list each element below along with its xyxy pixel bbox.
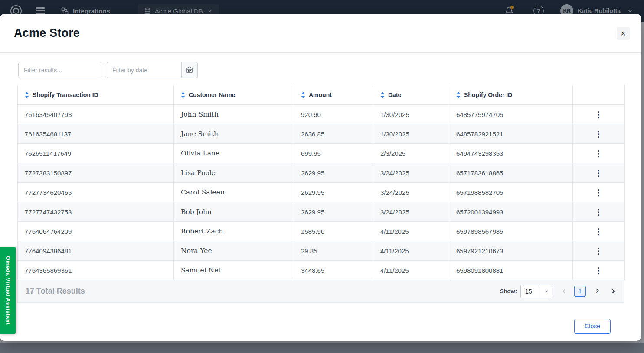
sort-icon (301, 92, 305, 98)
cell-transaction-id: 7616345407793 (18, 105, 174, 124)
cell-order-id: 6485775974705 (449, 105, 573, 124)
chevron-down-icon (543, 288, 549, 294)
cell-date: 4/11/2025 (373, 241, 449, 261)
column-header-actions (573, 85, 625, 105)
cell-amount: 2629.95 (294, 163, 373, 183)
cell-date: 2/3/2025 (373, 144, 449, 163)
row-actions-button[interactable]: ⋮ (590, 128, 607, 140)
row-actions-button[interactable]: ⋮ (590, 206, 607, 218)
modal-title: Acme Store (14, 26, 80, 40)
total-results-label: 17 Total Results (26, 287, 85, 296)
modal-body: Shopify Transaction ID Customer Name Amo… (0, 53, 641, 341)
cell-date: 4/11/2025 (373, 261, 449, 280)
row-actions-button[interactable]: ⋮ (590, 109, 607, 120)
row-actions-button[interactable]: ⋮ (590, 226, 607, 237)
column-header-date[interactable]: Date (373, 85, 449, 105)
table-row: 7616354681137 Jane Smith 2636.85 1/30/20… (18, 124, 625, 144)
cell-amount: 920.90 (294, 105, 373, 124)
cell-order-id: 6597921210673 (449, 241, 573, 261)
next-page-button[interactable] (609, 287, 618, 296)
cell-order-id: 6598091800881 (449, 261, 573, 280)
modal-close-x-button[interactable]: × (617, 27, 630, 40)
cell-customer-name: Lisa Poole (174, 163, 294, 183)
cell-transaction-id: 7764064764209 (18, 222, 174, 241)
chevron-left-icon (560, 288, 568, 295)
cell-customer-name: Nora Yee (174, 241, 294, 261)
filter-date-input[interactable] (107, 62, 181, 78)
cell-customer-name: Bob John (174, 202, 294, 222)
sort-icon (25, 92, 29, 98)
row-actions-button[interactable]: ⋮ (590, 265, 607, 276)
previous-page-button[interactable] (559, 287, 569, 296)
calendar-button[interactable] (181, 62, 198, 78)
kebab-icon: ⋮ (595, 227, 603, 236)
kebab-icon: ⋮ (595, 266, 603, 275)
show-label: Show: (500, 288, 517, 295)
cell-date: 1/30/2025 (373, 105, 449, 124)
cell-date: 3/24/2025 (373, 163, 449, 183)
page-number-2[interactable]: 2 (592, 286, 603, 297)
kebab-icon: ⋮ (595, 168, 603, 178)
cell-amount: 3448.65 (294, 261, 373, 280)
page-size-value: 15 (525, 288, 532, 295)
table-row: 7626511417649 Olivia Lane 699.95 2/3/202… (18, 144, 625, 163)
modal-header: Acme Store × (0, 14, 641, 53)
table-footer: 17 Total Results Show: 15 1 (17, 280, 624, 303)
close-icon: × (621, 29, 626, 38)
close-button[interactable]: Close (574, 319, 611, 334)
cell-date: 4/11/2025 (373, 222, 449, 241)
cell-amount: 2636.85 (294, 124, 373, 144)
column-header-transaction-id[interactable]: Shopify Transaction ID (18, 85, 174, 105)
cell-customer-name: Carol Saleen (174, 183, 294, 202)
column-header-order-id[interactable]: Shopify Order ID (449, 85, 573, 105)
cell-order-id: 6571988582705 (449, 183, 573, 202)
filter-bar (18, 62, 624, 78)
row-actions-button[interactable]: ⋮ (590, 148, 607, 159)
cell-order-id: 6485782921521 (449, 124, 573, 144)
cell-order-id: 6572001394993 (449, 202, 573, 222)
row-actions-button[interactable]: ⋮ (590, 167, 607, 179)
cell-order-id: 6494743298353 (449, 144, 573, 163)
filter-results-input[interactable] (18, 62, 101, 78)
table-row: 7727383150897 Lisa Poole 2629.95 3/24/20… (18, 163, 625, 183)
cell-date: 3/24/2025 (373, 202, 449, 222)
table-header-row: Shopify Transaction ID Customer Name Amo… (18, 85, 625, 105)
cell-transaction-id: 7626511417649 (18, 144, 174, 163)
cell-customer-name: Olivia Lane (174, 144, 294, 163)
table-row: 7616345407793 John Smith 920.90 1/30/202… (18, 105, 625, 124)
cell-order-id: 6571783618865 (449, 163, 573, 183)
cell-customer-name: Jane Smith (174, 124, 294, 144)
table-row: 7764365869361 Samuel Net 3448.65 4/11/20… (18, 261, 625, 280)
row-actions-button[interactable]: ⋮ (590, 187, 607, 198)
column-header-amount[interactable]: Amount (294, 85, 373, 105)
modal-actions: Close (17, 303, 624, 334)
page-size-select[interactable]: 15 (520, 285, 552, 298)
cell-transaction-id: 7616354681137 (18, 124, 174, 144)
cell-customer-name: John Smith (174, 105, 294, 124)
row-actions-button[interactable]: ⋮ (590, 245, 607, 257)
calendar-icon (186, 67, 193, 74)
sort-icon (181, 92, 185, 98)
kebab-icon: ⋮ (595, 246, 603, 256)
cell-transaction-id: 7727734620465 (18, 183, 174, 202)
pagination: 1 2 (559, 286, 618, 297)
cell-transaction-id: 7727383150897 (18, 163, 174, 183)
virtual-assistant-tab[interactable]: Omeda Virtual Assistant (0, 247, 16, 334)
cell-amount: 699.95 (294, 144, 373, 163)
cell-date: 3/24/2025 (373, 183, 449, 202)
column-header-customer-name[interactable]: Customer Name (174, 85, 294, 105)
page-number-1[interactable]: 1 (574, 286, 586, 297)
cell-date: 1/30/2025 (373, 124, 449, 144)
cell-amount: 2629.95 (294, 202, 373, 222)
transactions-table: Shopify Transaction ID Customer Name Amo… (17, 85, 625, 280)
kebab-icon: ⋮ (595, 188, 603, 197)
kebab-icon: ⋮ (595, 207, 603, 217)
cell-transaction-id: 7764094386481 (18, 241, 174, 261)
chevron-right-icon (610, 288, 617, 295)
cell-amount: 2629.95 (294, 183, 373, 202)
cell-amount: 29.85 (294, 241, 373, 261)
table-row: 7727734620465 Carol Saleen 2629.95 3/24/… (18, 183, 625, 202)
cell-order-id: 6597898567985 (449, 222, 573, 241)
date-filter-group (107, 62, 198, 78)
sort-icon (456, 92, 461, 98)
